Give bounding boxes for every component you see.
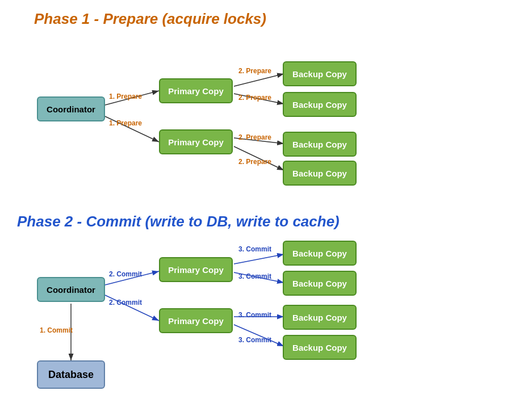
label-commit3a: 3. Commit <box>238 245 271 253</box>
phase2-backup2: Backup Copy <box>283 271 357 296</box>
phase1-backup2: Backup Copy <box>283 92 357 117</box>
phase2-primary2: Primary Copy <box>159 308 233 333</box>
label-prepare2c: 2. Prepare <box>238 133 271 141</box>
phase2-coordinator: Coordinator <box>37 277 105 302</box>
phase1-primary2: Primary Copy <box>159 129 233 154</box>
svg-line-10 <box>234 254 284 264</box>
label-commit3c: 3. Commit <box>238 311 271 319</box>
phase2-backup3: Backup Copy <box>283 305 357 330</box>
arrows-svg <box>0 0 511 420</box>
phase1-coordinator: Coordinator <box>37 96 105 121</box>
label-commit2b: 2. Commit <box>109 299 142 306</box>
label-commit3b: 3. Commit <box>238 272 271 280</box>
label-prepare2d: 2. Prepare <box>238 158 271 166</box>
label-prepare2a: 2. Prepare <box>238 67 271 75</box>
phase2-backup1: Backup Copy <box>283 241 357 266</box>
label-commit3d: 3. Commit <box>238 336 271 344</box>
phase1-backup1: Backup Copy <box>283 61 357 86</box>
phase1-backup4: Backup Copy <box>283 161 357 186</box>
phase2-backup4: Backup Copy <box>283 335 357 360</box>
svg-line-4 <box>234 74 284 86</box>
phase1-title: Phase 1 - Prepare (acquire locks) <box>34 10 266 28</box>
phase1-backup3: Backup Copy <box>283 132 357 157</box>
label-prepare1a: 1. Prepare <box>109 93 142 100</box>
label-commit2a: 2. Commit <box>109 270 142 278</box>
phase2-title: Phase 2 - Commit (write to DB, write to … <box>17 213 340 230</box>
label-commit1: 1. Commit <box>40 326 73 334</box>
diagram-container: Phase 1 - Prepare (acquire locks) Coordi… <box>0 0 511 420</box>
phase2-database: Database <box>37 360 105 389</box>
phase1-primary1: Primary Copy <box>159 78 233 103</box>
phase2-primary1: Primary Copy <box>159 257 233 282</box>
label-prepare1b: 1. Prepare <box>109 119 142 127</box>
label-prepare2b: 2. Prepare <box>238 94 271 102</box>
